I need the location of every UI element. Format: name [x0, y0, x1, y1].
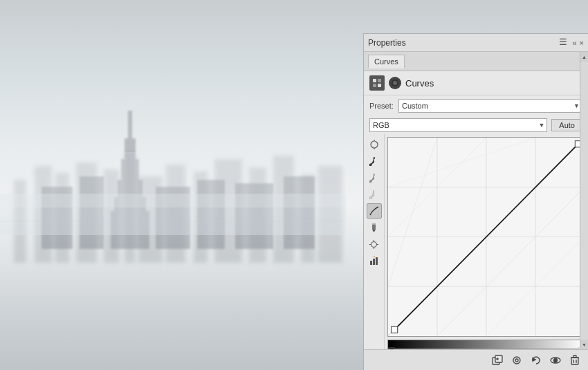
svg-rect-84: [573, 355, 576, 358]
panel-scrollbar: ▲ ▼: [580, 52, 588, 349]
hamburger-menu[interactable]: ☰: [559, 37, 567, 47]
svg-rect-53: [373, 259, 375, 265]
svg-rect-54: [376, 257, 378, 265]
gradient-slider-row: [387, 337, 585, 349]
svg-rect-33: [378, 84, 381, 87]
svg-rect-31: [378, 79, 381, 82]
panel-title-icons: « ×: [572, 39, 584, 47]
curves-grid-icon: [369, 75, 385, 91]
pencil-tool-btn[interactable]: [367, 220, 382, 235]
view-previous-btn[interactable]: [509, 353, 524, 368]
channel-select[interactable]: RGB Red Green Blue: [369, 118, 547, 132]
svg-rect-30: [373, 79, 376, 82]
curves-tab[interactable]: Curves: [368, 55, 405, 68]
svg-rect-29: [0, 152, 346, 207]
curves-graph[interactable]: [387, 137, 585, 337]
toggle-visibility-btn[interactable]: [548, 353, 563, 368]
hand-tool-btn[interactable]: [367, 137, 382, 152]
delete-btn[interactable]: [567, 353, 582, 368]
svg-point-78: [515, 359, 518, 362]
preset-select-wrapper: Custom Default Strong Contrast Linear Co…: [398, 99, 582, 113]
preset-select[interactable]: Custom Default Strong Contrast Linear Co…: [398, 99, 582, 113]
tab-bar: Curves: [364, 52, 588, 71]
svg-rect-42: [374, 174, 375, 176]
tools-column: [364, 134, 385, 349]
channel-select-wrapper: RGB Red Green Blue ▼: [369, 118, 547, 132]
graph-area: Input: Output:: [385, 134, 588, 349]
svg-marker-43: [369, 190, 374, 199]
gray-point-eyedropper[interactable]: [367, 170, 382, 185]
curves-header: Curves: [364, 71, 588, 95]
preset-row: Preset: Custom Default Strong Contrast L…: [364, 95, 588, 116]
svg-rect-82: [571, 358, 578, 364]
svg-point-81: [554, 358, 558, 362]
auto-button[interactable]: Auto: [551, 119, 582, 131]
scroll-up-btn[interactable]: ▲: [580, 52, 589, 62]
tools-and-graph: Input: Output:: [364, 134, 588, 349]
add-to-new-layer-btn[interactable]: [490, 353, 505, 368]
black-point-eyedropper[interactable]: [367, 154, 382, 169]
svg-rect-40: [374, 157, 375, 159]
scroll-down-btn[interactable]: ▼: [580, 340, 589, 349]
double-arrow-icon[interactable]: «: [572, 39, 576, 47]
curves-title: Curves: [405, 78, 434, 89]
svg-marker-39: [369, 157, 374, 166]
rgb-row: RGB Red Green Blue ▼ Auto: [364, 116, 588, 134]
svg-marker-45: [372, 230, 376, 232]
black-point-slider[interactable]: [388, 347, 395, 349]
properties-panel: Properties « × ☰ Curves: [363, 33, 588, 370]
svg-point-35: [393, 81, 397, 85]
svg-marker-79: [533, 358, 535, 361]
svg-rect-46: [372, 223, 376, 225]
histogram-tool-btn[interactable]: [367, 253, 382, 268]
svg-rect-52: [370, 261, 372, 265]
svg-point-47: [371, 241, 377, 247]
svg-rect-71: [392, 326, 398, 333]
svg-point-36: [371, 141, 378, 148]
panel-title-left: Properties: [368, 38, 406, 48]
svg-point-77: [513, 357, 520, 364]
close-icon[interactable]: ×: [580, 39, 584, 47]
panel-content: Curves Preset: Custom Default Strong Con…: [364, 71, 588, 349]
reset-btn[interactable]: [529, 353, 544, 368]
panel-titlebar: Properties « ×: [364, 34, 588, 52]
curves-circle-icon: [389, 77, 401, 89]
city-background: [0, 0, 346, 370]
panel-title: Properties: [368, 38, 406, 48]
svg-marker-41: [369, 174, 374, 183]
target-tool-btn[interactable]: [367, 237, 382, 252]
white-point-eyedropper[interactable]: [367, 187, 382, 202]
gradient-bar: [387, 340, 585, 349]
curve-tool-btn[interactable]: [367, 203, 382, 219]
gradient-bar-container: [387, 340, 585, 349]
svg-marker-55: [374, 256, 375, 257]
svg-rect-32: [373, 84, 376, 87]
bottom-toolbar: [364, 349, 588, 370]
preset-label: Preset:: [369, 102, 394, 110]
